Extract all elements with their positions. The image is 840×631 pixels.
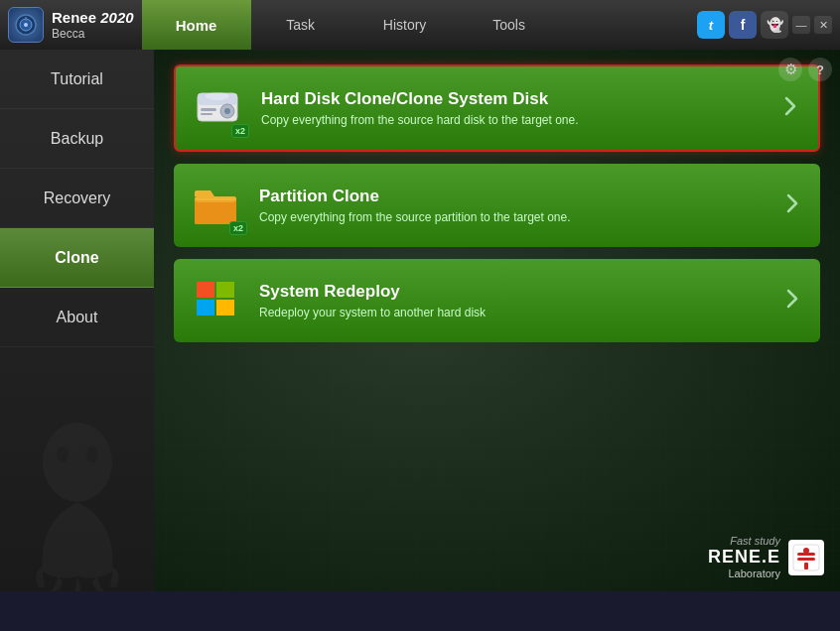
laboratory-label: Laboratory [708,568,780,579]
tab-task[interactable]: Task [251,0,350,50]
card-partition-clone[interactable]: x2 Partition Clone Copy everything from … [174,164,820,247]
fast-study-label: Fast study [708,535,780,547]
sidebar-item-recovery[interactable]: Recovery [0,169,154,228]
system-redeploy-text: System Redeploy Redeploy your system to … [259,282,767,319]
svg-rect-18 [197,282,214,298]
svg-rect-3 [25,17,27,21]
tab-history[interactable]: History [350,0,460,50]
title-bar-right: t f 👻 — ✕ [697,11,832,39]
system-redeploy-arrow [780,287,804,316]
svg-point-2 [24,23,28,27]
hard-disk-text: Hard Disk Clone/Clone System Disk Copy e… [261,89,765,127]
tab-home[interactable]: Home [142,0,251,50]
sidebar-item-tutorial[interactable]: Tutorial [0,50,154,109]
facebook-button[interactable]: f [729,11,757,39]
svg-rect-26 [804,563,808,569]
svg-point-4 [43,423,112,502]
system-redeploy-title: System Redeploy [259,282,767,302]
sidebar-item-backup[interactable]: Backup [0,109,154,169]
svg-point-10 [224,108,230,114]
renee-label: RENE.E [708,547,780,568]
hard-disk-icon: x2 [192,80,247,136]
app-title-block: Renee 2020 Becca [52,9,134,41]
partition-badge: x2 [229,221,247,235]
svg-rect-19 [216,282,234,298]
app-subtitle: Becca [52,27,134,41]
toolbar-icons: ⚙ ? [778,58,832,81]
close-button[interactable]: ✕ [814,16,832,34]
sidebar-item-clone[interactable]: Clone [0,228,154,288]
svg-rect-20 [197,300,214,316]
sidebar-item-about[interactable]: About [0,288,154,347]
partition-arrow [780,191,804,220]
help-button[interactable]: ? [808,58,832,81]
twitter-button[interactable]: t [697,11,725,39]
title-bar: Renee 2020 Becca Home Task History Tools… [0,0,840,50]
brand-text: Fast study RENE.E Laboratory [708,535,780,579]
brand-section: Fast study RENE.E Laboratory [708,535,824,579]
svg-point-13 [206,92,229,100]
svg-rect-11 [201,108,216,111]
settings-button[interactable]: ⚙ [778,58,802,81]
svg-point-25 [803,548,809,554]
ghost-button[interactable]: 👻 [761,11,788,39]
system-redeploy-desc: Redeploy your system to another hard dis… [259,306,767,319]
partition-desc: Copy everything from the source partitio… [259,210,767,224]
svg-rect-17 [197,198,234,202]
brand-logo [788,540,824,575]
content-area: x2 Hard Disk Clone/Clone System Disk Cop… [154,50,840,591]
sidebar: Tutorial Backup Recovery Clone About [0,50,154,591]
app-logo [8,7,44,43]
tab-tools[interactable]: Tools [460,0,559,50]
svg-rect-12 [201,113,212,115]
partition-text: Partition Clone Copy everything from the… [259,187,767,224]
svg-point-6 [86,446,98,462]
hard-disk-badge: x2 [231,124,249,138]
system-redeploy-icon [190,273,245,328]
minimize-button[interactable]: — [792,16,810,34]
svg-rect-21 [216,300,234,316]
partition-title: Partition Clone [259,187,767,206]
hard-disk-arrow [778,94,802,123]
hard-disk-title: Hard Disk Clone/Clone System Disk [261,89,765,109]
partition-icon: x2 [190,178,245,233]
svg-rect-24 [797,558,815,561]
app-window: Renee 2020 Becca Home Task History Tools… [0,0,840,631]
card-hard-disk-clone[interactable]: x2 Hard Disk Clone/Clone System Disk Cop… [174,64,820,152]
app-name: Renee 2020 [52,9,134,27]
hard-disk-desc: Copy everything from the source hard dis… [261,113,765,127]
card-system-redeploy[interactable]: System Redeploy Redeploy your system to … [174,259,820,342]
main-layout: Tutorial Backup Recovery Clone About [0,50,840,591]
svg-point-5 [57,446,69,462]
